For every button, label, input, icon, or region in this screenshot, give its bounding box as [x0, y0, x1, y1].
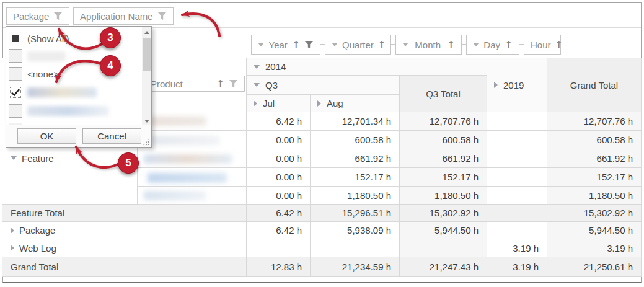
filter-funnel-icon[interactable] [229, 80, 238, 88]
data-cell-total[interactable]: 21,234.59 h [311, 257, 400, 277]
data-cell-total[interactable]: 6.42 h [247, 205, 311, 222]
sort-asc-icon: ↑ [292, 40, 300, 50]
filter-funnel-icon[interactable] [157, 12, 167, 20]
data-cell[interactable]: 0.00 h [247, 149, 311, 168]
popup-scrollbar[interactable] [142, 27, 151, 126]
data-cell[interactable] [311, 239, 400, 257]
data-cell[interactable]: 0.00 h [247, 131, 311, 149]
field-connector [462, 44, 466, 45]
col-header-aug-label: Aug [327, 98, 343, 108]
checkbox-unchecked[interactable] [9, 49, 22, 63]
data-cell-total[interactable] [487, 205, 547, 222]
scrollbar-thumb[interactable] [143, 38, 151, 71]
expand-icon[interactable] [11, 227, 14, 234]
column-field-day[interactable]: Day ↑ [466, 35, 519, 55]
data-cell[interactable]: 0.00 h [247, 168, 311, 187]
row-header-package[interactable]: Package [2, 222, 247, 239]
data-cell-total[interactable]: 12,707.76 h [547, 112, 642, 131]
row-field-product[interactable]: Product ↑ [144, 76, 245, 92]
data-cell[interactable] [487, 168, 547, 187]
col-header-q3-total: Q3 Total [400, 76, 487, 112]
filter-item-redacted[interactable] [6, 104, 139, 119]
data-cell-total[interactable]: 12,707.76 h [400, 112, 487, 131]
expand-icon[interactable] [254, 100, 257, 107]
row-header-redacted[interactable] [138, 149, 247, 168]
row-header-redacted[interactable] [138, 112, 247, 131]
data-cell-total[interactable]: 600.58 h [400, 131, 487, 149]
checkbox-unchecked[interactable] [9, 67, 22, 81]
col-header-2014[interactable]: 2014 [247, 58, 487, 76]
checkbox-indeterminate[interactable] [9, 32, 22, 45]
data-cell[interactable]: 0.00 h [247, 187, 311, 205]
data-cell[interactable]: 6.42 h [247, 112, 311, 131]
expand-icon[interactable] [11, 245, 14, 251]
chevron-down-icon[interactable] [332, 43, 338, 46]
data-cell[interactable]: 600.58 h [311, 131, 400, 149]
data-cell[interactable]: 5,938.09 h [311, 222, 400, 239]
row-header-redacted[interactable] [138, 131, 247, 149]
row-header-redacted[interactable] [138, 168, 247, 187]
data-cell[interactable]: 152.17 h [311, 168, 400, 187]
data-cell-total[interactable]: 15,302.92 h [547, 205, 642, 222]
chevron-down-icon[interactable] [258, 43, 264, 46]
expand-icon[interactable] [494, 82, 498, 88]
data-cell[interactable]: 1,180.50 h [311, 187, 400, 205]
chevron-down-icon[interactable] [402, 43, 408, 46]
collapse-icon[interactable] [254, 83, 260, 87]
data-cell-total[interactable]: 21,247.43 h [400, 257, 487, 277]
data-cell[interactable] [487, 112, 547, 131]
data-cell-total[interactable]: 661.92 h [547, 149, 642, 168]
data-cell-total[interactable]: 1,180.50 h [547, 187, 642, 205]
data-cell-total[interactable]: 15,302.92 h [400, 205, 487, 222]
checkbox-unchecked[interactable] [9, 104, 22, 118]
filter-field-package[interactable]: Package [6, 7, 69, 25]
data-cell-total[interactable]: 152.17 h [547, 168, 642, 187]
checkbox-checked[interactable] [9, 86, 22, 99]
data-cell[interactable]: 661.92 h [311, 149, 400, 168]
column-field-year[interactable]: Year ↑ [251, 35, 320, 55]
data-cell[interactable] [247, 239, 311, 257]
scroll-up-button[interactable] [142, 27, 151, 37]
data-cell[interactable] [487, 222, 547, 239]
data-cell-total[interactable]: 3.19 h [547, 239, 642, 257]
filter-item-checked-redacted[interactable] [6, 86, 139, 100]
data-cell-total[interactable] [400, 239, 487, 257]
data-cell[interactable] [487, 187, 547, 205]
data-cell-total[interactable]: 661.92 h [400, 149, 487, 168]
data-cell-total[interactable]: 21,250.61 h [547, 257, 642, 277]
data-cell-total[interactable]: 1,180.50 h [400, 187, 487, 205]
ok-button[interactable]: OK [17, 128, 76, 144]
data-cell-total[interactable]: 5,944.50 h [400, 222, 487, 239]
collapse-icon[interactable] [11, 156, 17, 160]
filter-funnel-icon-active[interactable] [304, 41, 314, 49]
column-field-day-label: Day [483, 40, 500, 50]
expand-icon[interactable] [317, 100, 321, 107]
column-field-hour[interactable]: Hour ↑ [524, 35, 561, 55]
data-cell-total[interactable]: 152.17 h [400, 168, 487, 187]
data-cell-total[interactable]: 12.83 h [247, 257, 311, 277]
chevron-down-icon[interactable] [473, 43, 479, 46]
col-header-aug[interactable]: Aug [311, 95, 400, 112]
data-cell-total[interactable]: 15,296.51 h [311, 205, 400, 222]
col-header-2019[interactable]: 2019 [487, 58, 547, 112]
row-header-redacted[interactable] [138, 187, 247, 205]
data-cell-total[interactable]: 5,944.50 h [547, 222, 642, 239]
filter-field-application-name[interactable]: Application Name [73, 7, 174, 25]
cancel-button[interactable]: Cancel [82, 128, 141, 144]
column-field-quarter[interactable]: Quarter ↑ [325, 35, 391, 55]
data-cell[interactable] [487, 131, 547, 149]
data-cell[interactable]: 6.42 h [247, 222, 311, 239]
column-field-month[interactable]: Month ↑ [395, 35, 462, 55]
col-header-jul[interactable]: Jul [247, 95, 311, 112]
col-header-q3[interactable]: Q3 [247, 76, 400, 95]
field-connector [519, 44, 524, 45]
row-header-web-log[interactable]: Web Log [2, 239, 247, 257]
data-cell[interactable]: 12,701.34 h [311, 112, 400, 131]
collapse-icon[interactable] [254, 65, 260, 69]
filter-funnel-icon[interactable] [53, 12, 63, 20]
data-cell-total[interactable]: 3.19 h [487, 257, 547, 277]
pivot-grid-screenshot: Package Application Name Year ↑ Quarter … [0, 0, 644, 287]
data-cell[interactable]: 3.19 h [487, 239, 547, 257]
data-cell[interactable] [487, 149, 547, 168]
data-cell-total[interactable]: 600.58 h [547, 131, 642, 149]
